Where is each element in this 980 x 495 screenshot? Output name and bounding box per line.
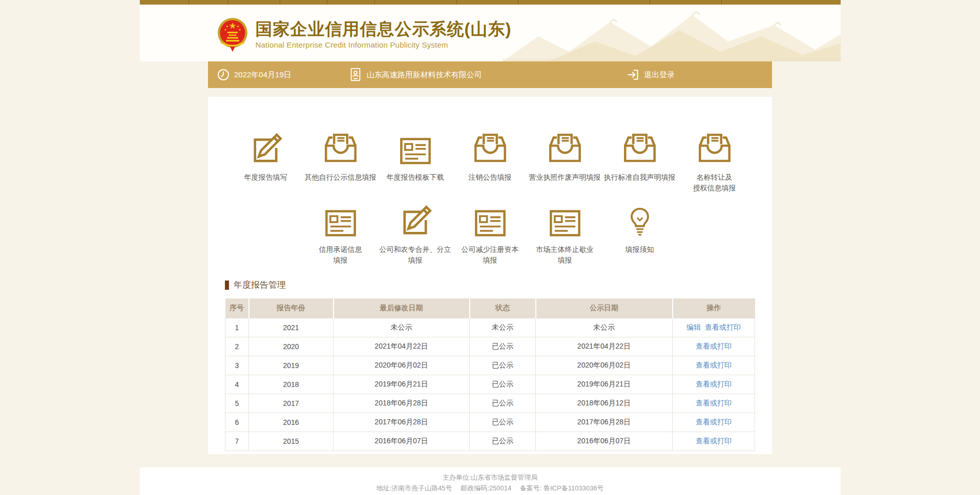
annual-report-table: 序号 报告年份 最后修改日期 状态 公示日期 操作 1 2021 未公示 未公示… [225,298,755,451]
view-print-link[interactable]: 查看或打印 [696,437,732,445]
nav-segment [650,0,722,5]
cell-serial: 1 [225,318,249,337]
cell-modified: 2017年06月28日 [333,413,470,432]
shortcut-label: 营业执照作废声明填报 [528,172,602,183]
table-row: 2 2020 2021年04月22日 已公示 2021年04月22日 查看或打印 [225,337,755,356]
view-print-link[interactable]: 查看或打印 [696,380,732,388]
cell-publish-date: 2018年06月12日 [536,394,673,413]
view-print-link[interactable]: 查看或打印 [696,361,732,369]
view-print-link[interactable]: 查看或打印 [696,342,732,350]
nav-segment [327,0,375,5]
cell-serial: 7 [225,432,249,450]
cell-actions: 查看或打印 [673,356,755,375]
cell-modified: 2020年06月02日 [333,356,470,375]
shortcut-credit-commitment[interactable]: 信用承诺信息 填报 [303,201,378,266]
footer-host-unit: 主办单位:山东省市场监督管理局 [140,472,841,483]
shortcut-cancellation-notice[interactable]: 注销公告填报 [453,128,528,193]
shortcut-filing-instructions[interactable]: 填报须知 [602,201,677,266]
brand-home-link[interactable]: 国家企业信用信息公示系统(山东) National Enterprise Cre… [217,16,512,53]
great-wall-watermark [503,5,841,61]
logout-button[interactable]: 退出登录 [626,68,675,81]
company-name: 山东高速路用新材料技术有限公司 [367,70,482,80]
cell-status: 已公示 [470,432,536,450]
nav-segment [140,0,189,5]
main-content-card: 年度报告填写 其他自行公示信息填报 [208,97,772,454]
section-marker [225,281,229,290]
view-print-link[interactable]: 查看或打印 [705,323,741,331]
cell-status: 已公示 [470,356,536,375]
table-header-row: 序号 报告年份 最后修改日期 状态 公示日期 操作 [225,298,755,318]
shortcut-label: 名称转让及 授权信息填报 [677,172,752,193]
col-header-status: 状态 [470,298,536,318]
view-print-link[interactable]: 查看或打印 [696,418,732,426]
table-row: 5 2017 2018年06月28日 已公示 2018年06月12日 查看或打印 [225,394,755,413]
edit-icon [378,201,453,239]
inbox-icon [303,128,378,166]
form-icon [453,201,528,239]
cell-year: 2016 [249,413,333,432]
cell-year: 2019 [249,356,333,375]
national-emblem-logo [217,16,248,53]
cell-year: 2015 [249,432,333,450]
section-title-text: 年度报告管理 [234,279,286,291]
col-header-year: 报告年份 [249,298,333,318]
shortcut-other-publicity-info[interactable]: 其他自行公示信息填报 [303,128,378,193]
cell-status: 已公示 [470,337,536,356]
shortcut-template-download[interactable]: 年度报告模板下载 [378,128,453,193]
footer-address-line: 地址:济南市燕子山路45号 邮政编码:250014 备案号: 鲁ICP备1103… [140,483,841,493]
cell-year: 2018 [249,375,333,394]
shortcut-annual-report-fill[interactable]: 年度报告填写 [228,128,303,193]
annual-report-section-header: 年度报告管理 [225,279,755,291]
nav-segment [228,0,280,5]
inbox-icon [677,128,752,166]
logged-in-company: 山东高速路用新材料技术有限公司 [349,68,482,82]
shortcut-name-transfer-authorization[interactable]: 名称转让及 授权信息填报 [677,128,752,193]
user-status-bar: 2022年04月19日 山东高速路用新材料技术有限公司 退出登录 [208,61,772,88]
shortcut-row-2: 信用承诺信息 填报 公司和农专合并、分立 填报 [225,201,755,266]
logout-icon [626,68,639,81]
cell-publish-date: 2016年06月07日 [536,432,673,450]
cell-modified: 2019年06月21日 [333,375,470,394]
cell-serial: 4 [225,375,249,394]
current-date: 2022年04月19日 [217,69,291,81]
form-icon [303,201,378,239]
shortcut-label: 公司和农专合并、分立 填报 [378,244,453,266]
shortcut-capital-reduction[interactable]: 公司减少注册资本 填报 [453,201,528,266]
cell-publish-date: 2021年04月22日 [536,337,673,356]
shortcut-label: 填报须知 [602,244,677,255]
edit-icon [228,128,303,166]
edit-link[interactable]: 编辑 [686,323,701,331]
col-header-actions: 操作 [673,298,755,318]
cell-actions: 查看或打印 [673,337,755,356]
table-row: 7 2015 2016年06月07日 已公示 2016年06月07日 查看或打印 [225,432,755,450]
inbox-icon [528,128,602,166]
brand-text-block: 国家企业信用信息公示系统(山东) National Enterprise Cre… [256,19,512,50]
shortcut-standard-self-declaration[interactable]: 执行标准自我声明填报 [602,128,677,193]
cell-modified: 未公示 [333,318,470,337]
cell-year: 2021 [249,318,333,337]
shortcut-label: 年度报告填写 [228,172,303,183]
table-row: 6 2016 2017年06月28日 已公示 2017年06月28日 查看或打印 [225,413,755,432]
cell-publish-date: 未公示 [536,318,673,337]
shortcut-merger-division[interactable]: 公司和农专合并、分立 填报 [378,201,453,266]
cell-publish-date: 2017年06月28日 [536,413,673,432]
table-row: 4 2018 2019年06月21日 已公示 2019年06月21日 查看或打印 [225,375,755,394]
nav-segment [189,0,228,5]
form-icon [528,201,602,239]
nav-segment [375,0,457,5]
view-print-link[interactable]: 查看或打印 [696,399,732,407]
cell-serial: 5 [225,394,249,413]
cell-year: 2020 [249,337,333,356]
shortcut-label: 市场主体终止歇业 填报 [528,244,602,266]
site-banner: 国家企业信用信息公示系统(山东) National Enterprise Cre… [140,5,841,61]
inbox-icon [453,128,528,166]
company-badge-icon [349,68,362,82]
shortcut-business-termination[interactable]: 市场主体终止歇业 填报 [528,201,602,266]
shortcut-label: 其他自行公示信息填报 [303,172,378,183]
shortcut-license-void-declaration[interactable]: 营业执照作废声明填报 [528,128,602,193]
cell-modified: 2018年06月28日 [333,394,470,413]
logout-label: 退出登录 [644,70,675,80]
cell-publish-date: 2020年06月02日 [536,356,673,375]
col-header-serial: 序号 [225,298,249,318]
shortcut-label: 执行标准自我声明填报 [602,172,677,183]
